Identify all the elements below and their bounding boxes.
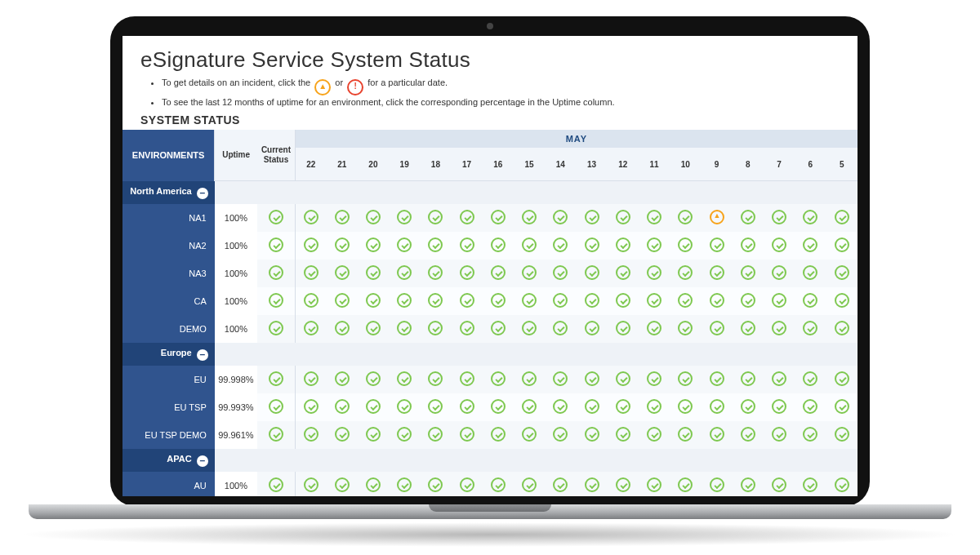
uptime-link[interactable]: 100% [225,481,247,491]
check-icon[interactable] [335,293,350,308]
check-icon[interactable] [335,477,350,492]
uptime-link[interactable]: 99.993% [218,402,253,412]
check-icon[interactable] [553,371,568,386]
check-icon[interactable] [647,399,662,414]
check-icon[interactable] [616,427,630,442]
check-icon[interactable] [522,238,537,252]
uptime-link[interactable]: 100% [225,296,247,306]
check-icon[interactable] [304,427,318,442]
check-icon[interactable] [366,293,381,308]
check-icon[interactable] [269,293,283,308]
check-icon[interactable] [269,321,283,335]
check-icon[interactable] [616,321,630,335]
check-icon[interactable] [304,293,318,308]
check-icon[interactable] [616,210,630,224]
check-icon[interactable] [772,399,786,414]
check-icon[interactable] [335,427,350,442]
check-icon[interactable] [491,210,506,224]
check-icon[interactable] [460,238,474,252]
check-icon[interactable] [269,371,283,386]
check-icon[interactable] [741,265,755,280]
check-icon[interactable] [304,399,318,414]
check-icon[interactable] [269,210,283,224]
check-icon[interactable] [269,427,283,442]
check-icon[interactable] [335,371,350,386]
check-icon[interactable] [835,238,849,252]
check-icon[interactable] [772,477,786,492]
check-icon[interactable] [335,265,350,280]
check-icon[interactable] [366,427,381,442]
check-icon[interactable] [772,210,786,224]
check-icon[interactable] [269,399,283,414]
check-icon[interactable] [678,210,693,224]
check-icon[interactable] [522,210,537,224]
check-icon[interactable] [428,399,443,414]
check-icon[interactable] [304,371,318,386]
check-icon[interactable] [710,371,724,386]
check-icon[interactable] [803,477,817,492]
check-icon[interactable] [428,210,443,224]
check-icon[interactable] [428,293,443,308]
check-icon[interactable] [772,427,786,442]
check-icon[interactable] [741,321,755,335]
check-icon[interactable] [269,265,283,280]
check-icon[interactable] [585,477,599,492]
check-icon[interactable] [585,238,599,252]
check-icon[interactable] [304,321,318,335]
check-icon[interactable] [741,477,755,492]
check-icon[interactable] [460,371,474,386]
region-header[interactable]: North America– [122,181,215,204]
check-icon[interactable] [710,238,724,252]
uptime-link[interactable]: 100% [225,241,247,251]
check-icon[interactable] [366,238,381,252]
uptime-link[interactable]: 100% [225,324,247,334]
check-icon[interactable] [772,293,786,308]
check-icon[interactable] [304,265,318,280]
check-icon[interactable] [491,265,506,280]
check-icon[interactable] [397,265,412,280]
check-icon[interactable] [553,210,568,224]
check-icon[interactable] [335,399,350,414]
check-icon[interactable] [522,371,537,386]
check-icon[interactable] [397,293,412,308]
check-icon[interactable] [553,265,568,280]
warning-icon[interactable] [710,210,724,224]
check-icon[interactable] [803,321,817,335]
collapse-icon[interactable]: – [197,188,208,199]
check-icon[interactable] [772,238,786,252]
check-icon[interactable] [710,321,724,335]
check-icon[interactable] [428,321,443,335]
check-icon[interactable] [428,477,443,492]
check-icon[interactable] [522,477,537,492]
check-icon[interactable] [741,238,755,252]
check-icon[interactable] [835,399,849,414]
check-icon[interactable] [678,238,693,252]
check-icon[interactable] [460,293,474,308]
check-icon[interactable] [616,477,630,492]
check-icon[interactable] [835,293,849,308]
check-icon[interactable] [585,293,599,308]
check-icon[interactable] [678,293,693,308]
check-icon[interactable] [835,477,849,492]
check-icon[interactable] [397,477,412,492]
region-header[interactable]: APAC– [122,449,215,472]
collapse-icon[interactable]: – [197,455,208,467]
check-icon[interactable] [678,477,693,492]
check-icon[interactable] [741,427,755,442]
check-icon[interactable] [835,210,849,224]
check-icon[interactable] [616,265,630,280]
check-icon[interactable] [553,399,568,414]
check-icon[interactable] [269,477,283,492]
check-icon[interactable] [585,210,599,224]
check-icon[interactable] [803,210,817,224]
check-icon[interactable] [710,399,724,414]
check-icon[interactable] [553,293,568,308]
check-icon[interactable] [803,399,817,414]
check-icon[interactable] [616,293,630,308]
check-icon[interactable] [803,293,817,308]
check-icon[interactable] [835,321,849,335]
check-icon[interactable] [269,238,283,252]
check-icon[interactable] [397,238,412,252]
check-icon[interactable] [491,321,506,335]
check-icon[interactable] [491,238,506,252]
